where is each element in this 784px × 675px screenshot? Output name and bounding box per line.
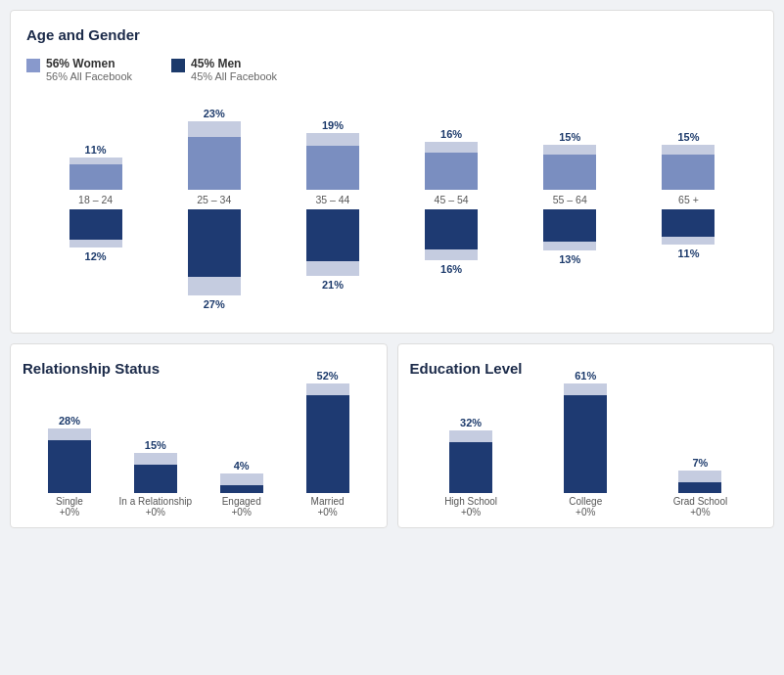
men-col-1: 27% [155, 209, 273, 317]
women-fg-bar-1 [188, 137, 241, 190]
women-col-0: 11% [36, 92, 155, 190]
sub-label-1: In a Relationship [119, 496, 193, 507]
sub-pct-3: 52% [317, 370, 339, 382]
sub-change-0: +0% [60, 507, 79, 518]
women-sub-label: 56% All Facebook [46, 70, 132, 82]
sub-bar-wrap-2 [220, 473, 263, 493]
women-pct-1: 23% [204, 108, 225, 119]
age-label-2: 35 – 44 [273, 194, 392, 205]
men-sub-label: 45% All Facebook [191, 70, 277, 82]
women-fg-bar-4 [543, 155, 596, 190]
women-fg-bar-2 [306, 146, 359, 190]
men-pct-5: 11% [677, 248, 699, 259]
sub-pct-1: 15% [145, 439, 166, 451]
sub-col-3: 52%Married+0% [285, 370, 371, 518]
men-fg-bar-3 [425, 209, 478, 249]
women-bar-wrap-1 [188, 121, 241, 190]
women-bar-wrap-2 [306, 133, 359, 190]
sub-col-0: 28%Single+0% [26, 415, 113, 518]
sub-bar-wrap-1 [564, 383, 607, 493]
men-fg-bar-1 [188, 209, 241, 277]
age-gender-title: Age and Gender [26, 26, 758, 43]
women-fg-bar-5 [662, 155, 715, 190]
age-label-4: 55 – 64 [511, 194, 629, 205]
women-fg-bar-3 [425, 153, 478, 190]
men-pct-4: 13% [559, 253, 580, 265]
age-label-1: 25 – 34 [155, 194, 273, 205]
women-legend-text: 56% Women 56% All Facebook [46, 57, 132, 82]
sub-change-2: +0% [232, 507, 252, 518]
sub-fg-1 [564, 395, 607, 493]
men-fg-bar-0 [69, 209, 122, 240]
men-bar-wrap-1 [188, 209, 241, 295]
men-pct-label: 45% Men [191, 57, 277, 70]
women-fg-bar-0 [69, 164, 122, 190]
men-pct-3: 16% [440, 263, 462, 275]
sub-col-2: 4%Engaged+0% [199, 460, 285, 518]
sub-fg-0 [48, 440, 91, 493]
women-col-2: 19% [273, 92, 392, 190]
men-pct-2: 21% [322, 279, 344, 291]
women-bar-wrap-5 [662, 145, 715, 190]
legend-women: 56% Women 56% All Facebook [26, 57, 132, 82]
sub-label-3: Married [311, 496, 345, 507]
sub-col-0: 32%High School+0% [414, 417, 529, 518]
men-col-3: 16% [392, 209, 511, 317]
sub-pct-2: 7% [692, 457, 708, 469]
men-swatch [171, 59, 185, 72]
sub-bar-wrap-0 [449, 430, 492, 493]
men-bar-wrap-5 [662, 209, 715, 245]
sub-col-1: 61%College+0% [529, 370, 643, 518]
sub-change-3: +0% [317, 507, 337, 518]
sub-change-1: +0% [146, 507, 165, 518]
age-gender-card: Age and Gender 56% Women 56% All Faceboo… [10, 10, 774, 334]
men-col-4: 13% [511, 209, 629, 317]
men-bars-row: 12%27%21%16%13%11% [26, 209, 758, 317]
education-chart: 32%High School+0%61%College+0%7%Grad Sch… [410, 390, 762, 518]
men-pct-1: 27% [204, 298, 225, 310]
sub-label-1: College [569, 496, 602, 507]
women-pct-0: 11% [85, 144, 107, 156]
legend-row: 56% Women 56% All Facebook 45% Men 45% A… [26, 57, 758, 82]
sub-bar-wrap-3 [306, 383, 349, 493]
sub-label-2: Engaged [222, 496, 261, 507]
sub-pct-0: 28% [59, 415, 80, 427]
sub-label-2: Grad School [673, 496, 728, 507]
legend-men: 45% Men 45% All Facebook [171, 57, 277, 82]
men-pct-0: 12% [85, 250, 107, 262]
age-label-3: 45 – 54 [392, 194, 511, 205]
bottom-row: Relationship Status 28%Single+0%15%In a … [10, 343, 774, 528]
men-fg-bar-5 [662, 209, 715, 237]
sub-fg-2 [220, 485, 263, 493]
men-col-5: 11% [629, 209, 748, 317]
men-bar-wrap-4 [543, 209, 596, 250]
men-col-0: 12% [36, 209, 155, 317]
men-bar-wrap-3 [425, 209, 478, 260]
age-gender-chart: 11%23%19%16%15%15% 18 – 2425 – 3435 – 44… [26, 92, 758, 317]
sub-pct-2: 4% [234, 460, 250, 472]
women-col-4: 15% [511, 92, 629, 190]
main-container: Age and Gender 56% Women 56% All Faceboo… [0, 0, 784, 538]
sub-change-1: +0% [576, 507, 595, 518]
women-pct-4: 15% [559, 131, 580, 143]
men-bar-wrap-2 [306, 209, 359, 276]
women-bar-wrap-0 [69, 158, 122, 190]
sub-fg-0 [449, 442, 492, 493]
sub-bar-wrap-1 [134, 453, 177, 493]
relationship-card: Relationship Status 28%Single+0%15%In a … [10, 343, 388, 528]
women-col-1: 23% [155, 92, 273, 190]
men-fg-bar-4 [543, 209, 596, 242]
men-fg-bar-2 [306, 209, 359, 261]
women-pct-label: 56% Women [46, 57, 132, 70]
women-swatch [26, 59, 40, 72]
men-legend-text: 45% Men 45% All Facebook [191, 57, 277, 82]
sub-col-1: 15%In a Relationship+0% [113, 439, 199, 518]
sub-bar-wrap-2 [678, 471, 721, 493]
sub-bar-wrap-0 [48, 428, 91, 493]
education-card: Education Level 32%High School+0%61%Coll… [397, 343, 775, 528]
sub-fg-2 [678, 482, 721, 493]
women-pct-2: 19% [322, 119, 344, 131]
women-bar-wrap-3 [425, 142, 478, 190]
women-col-5: 15% [629, 92, 748, 190]
relationship-chart: 28%Single+0%15%In a Relationship+0%4%Eng… [23, 390, 375, 518]
